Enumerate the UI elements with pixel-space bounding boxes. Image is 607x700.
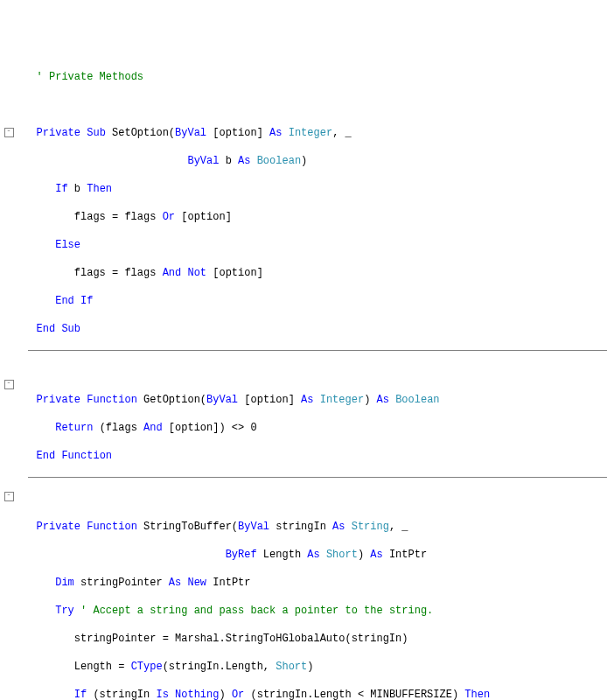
fold-icon[interactable]: - xyxy=(4,380,14,389)
gutter: - - - - xyxy=(0,56,17,700)
separator xyxy=(28,477,607,478)
code-editor: - - - - ' Private Methods Private Sub Se… xyxy=(0,56,607,700)
comment: ' Private Methods xyxy=(37,71,143,83)
fold-icon[interactable]: - xyxy=(4,492,14,501)
code-area[interactable]: ' Private Methods Private Sub SetOption(… xyxy=(17,56,607,700)
separator xyxy=(28,350,607,351)
fold-icon[interactable]: - xyxy=(4,128,14,137)
